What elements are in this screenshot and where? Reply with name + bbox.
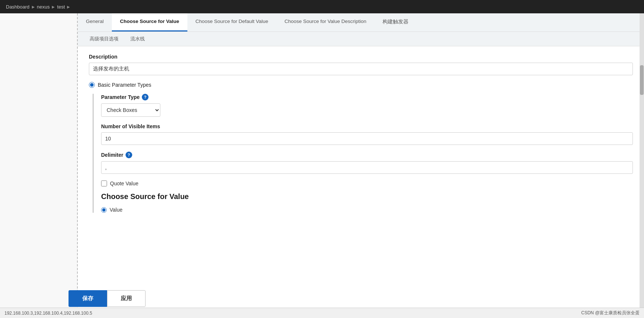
tab-general[interactable]: General: [78, 13, 112, 32]
quote-value-checkbox[interactable]: [101, 180, 107, 186]
sub-tab-navigation: 高级项目选项 流水线: [78, 32, 644, 46]
right-scrollbar[interactable]: [640, 13, 644, 308]
status-right: CSDN @富士康质检员张全蛋: [581, 310, 640, 316]
status-left: 192.168.100.3,192.168.100.4,192.168.100.…: [4, 311, 92, 316]
visible-items-input[interactable]: [101, 132, 633, 145]
basic-parameter-types-label[interactable]: Basic Parameter Types: [98, 82, 151, 88]
parameter-type-form-section: Parameter Type ? Check Boxes Text Boolea…: [101, 94, 633, 117]
tab-choose-source-description[interactable]: Choose Source for Value Description: [276, 13, 374, 32]
value-radio[interactable]: [101, 207, 107, 213]
description-input[interactable]: [89, 63, 633, 75]
breadcrumb-sep-1: ▶: [32, 5, 35, 9]
value-radio-label[interactable]: Value: [110, 207, 123, 213]
delimiter-help-icon[interactable]: ?: [126, 152, 132, 158]
parameter-type-label: Parameter Type ?: [101, 94, 633, 100]
tab-choose-source-value[interactable]: Choose Source for Value: [112, 13, 187, 32]
value-radio-row: Value: [101, 207, 633, 213]
quote-value-row: Quote Value: [101, 180, 633, 186]
description-section: Description: [89, 54, 633, 75]
quote-value-label[interactable]: Quote Value: [110, 180, 139, 186]
status-bar: 192.168.100.3,192.168.100.4,192.168.100.…: [0, 308, 644, 318]
breadcrumb-sep-3: ▶: [67, 5, 70, 9]
breadcrumb-sep-2: ▶: [52, 5, 55, 9]
sub-tab-advanced[interactable]: 高级项目选项: [84, 32, 124, 46]
visible-items-label: Number of Visible Items: [101, 123, 633, 129]
breadcrumb-dashboard[interactable]: Dashboard: [6, 4, 30, 10]
parameter-type-help-icon[interactable]: ?: [142, 94, 149, 100]
description-label: Description: [89, 54, 633, 60]
delimiter-label: Delimiter ?: [101, 152, 633, 158]
apply-button[interactable]: 应用: [107, 290, 146, 307]
visible-items-section: Number of Visible Items: [101, 123, 633, 145]
save-button[interactable]: 保存: [69, 290, 107, 307]
tab-build-trigger[interactable]: 构建触发器: [374, 13, 417, 32]
delimiter-section: Delimiter ?: [101, 152, 633, 174]
sub-tab-pipeline[interactable]: 流水线: [124, 32, 151, 46]
tab-choose-source-default[interactable]: Choose Source for Default Value: [187, 13, 276, 32]
breadcrumb-bar: Dashboard ▶ nexus ▶ test ▶: [0, 0, 644, 13]
breadcrumb-nexus[interactable]: nexus: [37, 4, 50, 10]
basic-parameter-types-radio-group: Basic Parameter Types: [89, 82, 633, 88]
delimiter-input[interactable]: [101, 161, 633, 174]
content-area: General Choose Source for Value Choose S…: [78, 13, 644, 318]
left-sidebar: [0, 13, 78, 318]
breadcrumb-test[interactable]: test: [57, 4, 65, 10]
parameter-type-section: Parameter Type ? Check Boxes Text Boolea…: [93, 94, 633, 213]
scrollbar-thumb[interactable]: [640, 65, 644, 95]
basic-parameter-types-radio[interactable]: [89, 82, 95, 88]
choose-source-heading: Choose Source for Value: [101, 192, 633, 201]
tab-navigation: General Choose Source for Value Choose S…: [78, 13, 644, 32]
form-content: Description Basic Parameter Types Parame…: [78, 46, 644, 318]
parameter-type-select[interactable]: Check Boxes Text Boolean Choice String: [101, 103, 160, 117]
action-bar: 保存 应用: [69, 290, 146, 307]
